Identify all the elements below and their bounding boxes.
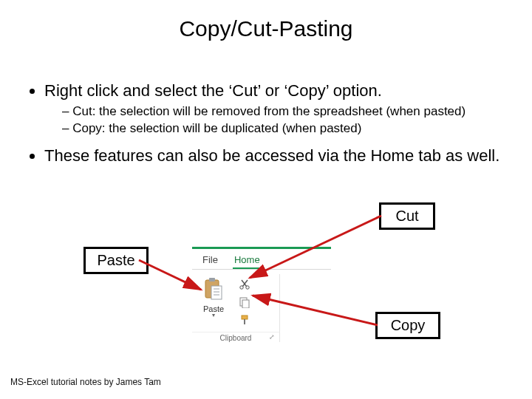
copy-button[interactable]: [236, 296, 253, 311]
bullet-2: These features can also be accessed via …: [44, 145, 516, 167]
ribbon-tabs: File Home: [192, 249, 331, 270]
callout-paste: Paste: [83, 247, 149, 274]
paste-dropdown-arrow[interactable]: ▾: [198, 313, 229, 318]
clipboard-small-buttons: [236, 279, 273, 332]
clipboard-group-title: Clipboard: [192, 332, 279, 342]
bullet-1: Right click and select the ‘Cut’ or ‘Cop…: [44, 80, 516, 137]
callout-cut: Cut: [379, 202, 435, 230]
paste-button[interactable]: Paste ▾: [198, 277, 229, 318]
paintbrush-icon: [239, 314, 250, 329]
clipboard-group: Paste ▾: [192, 274, 280, 342]
slide-title: Copy/Cut-Pasting: [0, 16, 532, 41]
svg-rect-2: [211, 286, 222, 299]
callout-copy: Copy: [375, 312, 440, 339]
excel-ribbon-screenshot: File Home Paste ▾: [192, 247, 331, 345]
svg-rect-11: [242, 300, 249, 308]
cut-button[interactable]: [236, 279, 253, 293]
body-text: Right click and select the ‘Cut’ or ‘Cop…: [28, 80, 516, 169]
dialog-launcher-icon[interactable]: ⤢: [269, 333, 276, 341]
format-painter-button[interactable]: [236, 314, 253, 329]
slide: Copy/Cut-Pasting Right click and select …: [0, 0, 532, 399]
clipboard-icon: [202, 290, 225, 303]
bullet-1a: Cut: the selection will be removed from …: [62, 103, 516, 120]
tab-home[interactable]: Home: [233, 251, 262, 269]
bullet-1b: Copy: the selection will be duplicated (…: [62, 120, 516, 137]
bullet-1-text: Right click and select the ‘Cut’ or ‘Cop…: [44, 81, 382, 100]
scissors-icon: [239, 279, 250, 293]
svg-rect-12: [242, 316, 248, 319]
svg-rect-1: [209, 278, 215, 282]
tab-file[interactable]: File: [201, 251, 219, 269]
slide-footer: MS-Excel tutorial notes by James Tam: [10, 377, 161, 387]
copy-icon: [239, 296, 250, 311]
svg-rect-13: [244, 319, 245, 324]
